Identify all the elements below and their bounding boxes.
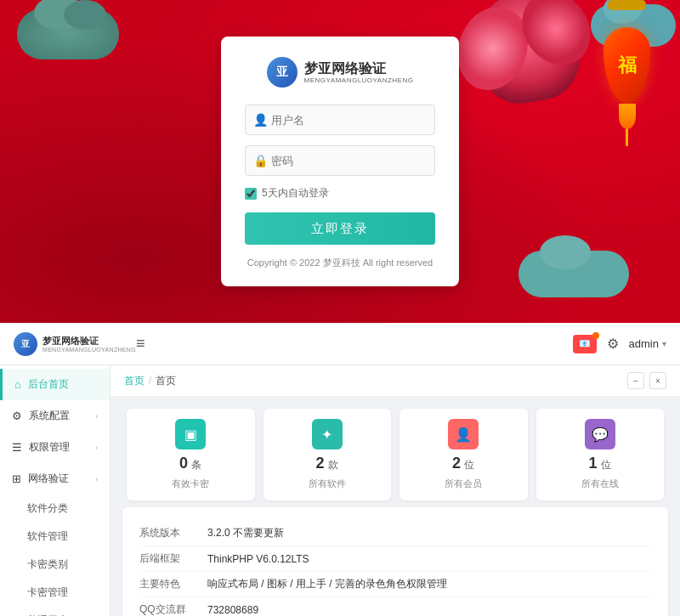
stat-number-0: 0 条: [179, 455, 201, 472]
remember-checkbox[interactable]: [245, 188, 257, 200]
cloud-decoration-left: [17, 8, 119, 59]
notification-dot: [592, 332, 599, 339]
stat-number-3: 1 位: [589, 455, 611, 472]
breadcrumb-minimize[interactable]: −: [627, 372, 644, 389]
stat-label-1: 所有软件: [309, 478, 346, 490]
sidebar: ⌂ 后台首页 ⚙ 系统配置 › ☰ 权限管理 › ⊞ 网络验证 › 软件分类 软…: [0, 365, 110, 616]
verify-icon: ⊞: [12, 472, 21, 485]
info-value-qq: 732808689: [207, 604, 651, 616]
logo-icon: 亚: [267, 57, 298, 88]
user-menu[interactable]: admin ▾: [629, 337, 666, 350]
remember-row: 5天内自动登录: [245, 186, 435, 201]
info-value-version: 3.2.0 不需要更新: [207, 526, 651, 540]
lantern-top: [608, 0, 646, 10]
stat-icon-card: ▣: [175, 419, 206, 449]
stat-card-1: ✦ 2 款 所有软件: [264, 409, 392, 500]
stat-card-0: ▣ 0 条 有效卡密: [127, 409, 255, 500]
login-section: 亚 梦亚网络验证 MENGYAMANGLUOYANZHENG 👤 🔒 5天内自动…: [0, 0, 680, 323]
info-row-version: 系统版本 3.2.0 不需要更新: [139, 521, 651, 546]
info-row-qq: QQ交流群 732808689: [139, 597, 651, 616]
topbar-logo-sub: MENGYAMANGLUOYANZHENG: [42, 347, 136, 353]
info-label-version: 系统版本: [139, 526, 207, 540]
username-wrap: 👤: [245, 105, 435, 135]
sidebar-sub-softmgr[interactable]: 软件管理: [0, 523, 110, 551]
notification-badge[interactable]: 📧: [573, 335, 597, 353]
settings-icon[interactable]: ⚙: [607, 336, 619, 352]
username-input[interactable]: [245, 105, 435, 135]
sidebar-arrow-verify: ›: [95, 475, 98, 483]
breadcrumb-bar: 首页 / 首页 − ×: [110, 365, 680, 397]
logo-subtitle: MENGYAMANGLUOYANZHENG: [304, 76, 414, 84]
password-wrap: 🔒: [245, 145, 435, 176]
remember-label: 5天内自动登录: [262, 186, 329, 201]
logo-title: 梦亚网络验证: [304, 60, 414, 76]
info-row-features: 主要特色 响应式布局 / 图标 / 用上手 / 完善的录色角色权限管理: [139, 572, 651, 597]
sidebar-item-home[interactable]: ⌂ 后台首页: [0, 369, 110, 400]
stats-row: ▣ 0 条 有效卡密 ✦ 2 款 所有软件 👤: [110, 397, 680, 507]
info-label-qq: QQ交流群: [139, 602, 207, 616]
breadcrumb-home[interactable]: 首页: [124, 374, 144, 388]
sidebar-item-system-label: 系统配置: [29, 409, 70, 423]
stat-label-0: 有效卡密: [172, 478, 209, 490]
stat-card-2: 👤 2 位 所有会员: [400, 409, 528, 500]
topbar-right: 📧 ⚙ admin ▾: [573, 335, 666, 353]
logo-text-block: 梦亚网络验证 MENGYAMANGLUOYANZHENG: [304, 60, 414, 84]
cloud-decoration-bottom-right: [518, 251, 629, 297]
password-input[interactable]: [245, 145, 435, 176]
stat-icon-soft: ✦: [312, 419, 343, 449]
admin-section: 亚 梦亚网络验证 MENGYAMANGLUOYANZHENG ≡ 📧 ⚙ adm…: [0, 323, 680, 616]
info-label-framework: 后端框架: [139, 551, 207, 566]
lantern-right: [599, 0, 654, 153]
breadcrumb: 首页 / 首页: [124, 374, 176, 388]
info-label-features: 主要特色: [139, 577, 207, 591]
auth-icon: ☰: [12, 441, 22, 454]
sidebar-item-verify-label: 网络验证: [28, 472, 69, 486]
info-value-framework: ThinkPHP V6.0.12LTS: [207, 553, 651, 565]
topbar-logo-title: 梦亚网络验证: [42, 335, 136, 347]
stat-number-2: 2 位: [452, 455, 474, 472]
sidebar-item-auth[interactable]: ☰ 权限管理 ›: [0, 432, 110, 463]
lantern-tassel: [626, 104, 628, 146]
login-logo: 亚 梦亚网络验证 MENGYAMANGLUOYANZHENG: [245, 57, 435, 88]
stat-number-1: 2 款: [316, 455, 338, 472]
menu-toggle-icon[interactable]: ≡: [136, 335, 145, 353]
info-panel: 系统版本 3.2.0 不需要更新 后端框架 ThinkPHP V6.0.12LT…: [122, 507, 668, 616]
info-value-features: 响应式布局 / 图标 / 用上手 / 完善的录色角色权限管理: [207, 577, 651, 591]
sidebar-item-system[interactable]: ⚙ 系统配置 ›: [0, 400, 110, 432]
admin-topbar: 亚 梦亚网络验证 MENGYAMANGLUOYANZHENG ≡ 📧 ⚙ adm…: [0, 323, 680, 365]
stat-card-3: 💬 1 位 所有在线: [536, 409, 665, 500]
breadcrumb-close[interactable]: ×: [649, 372, 666, 389]
topbar-logo-text-block: 梦亚网络验证 MENGYAMANGLUOYANZHENG: [42, 335, 136, 353]
system-icon: ⚙: [12, 410, 22, 422]
sidebar-sub-users[interactable]: 普通用户: [0, 607, 110, 616]
breadcrumb-controls: − ×: [627, 372, 666, 389]
user-arrow: ▾: [662, 339, 666, 348]
login-copyright: Copyright © 2022 梦亚科技 All right reserved: [245, 257, 435, 269]
sidebar-arrow-system: ›: [95, 412, 98, 421]
topbar-logo: 亚 梦亚网络验证 MENGYAMANGLUOYANZHENG: [14, 332, 133, 356]
stat-icon-online: 💬: [585, 419, 615, 449]
info-row-framework: 后端框架 ThinkPHP V6.0.12LTS: [139, 546, 651, 572]
sidebar-sub-cardmgr[interactable]: 卡密管理: [0, 579, 110, 607]
stat-icon-members: 👤: [448, 419, 479, 449]
user-icon: 👤: [253, 113, 268, 127]
sidebar-item-auth-label: 权限管理: [29, 440, 70, 455]
breadcrumb-sep: /: [149, 375, 151, 387]
sidebar-item-home-label: 后台首页: [28, 377, 69, 392]
stat-label-2: 所有会员: [445, 478, 482, 490]
login-card: 亚 梦亚网络验证 MENGYAMANGLUOYANZHENG 👤 🔒 5天内自动…: [221, 37, 459, 286]
user-name: admin: [629, 337, 659, 350]
topbar-logo-icon: 亚: [14, 332, 37, 356]
sidebar-sub-cardcat[interactable]: 卡密类别: [0, 551, 110, 579]
lantern-body: [604, 27, 650, 104]
login-button[interactable]: 立即登录: [245, 212, 435, 245]
sidebar-arrow-auth: ›: [95, 444, 98, 452]
lock-icon: 🔒: [253, 154, 268, 167]
main-content: 首页 / 首页 − × ▣ 0 条 有效卡密: [110, 365, 680, 616]
breadcrumb-current: 首页: [156, 374, 176, 388]
admin-layout: ⌂ 后台首页 ⚙ 系统配置 › ☰ 权限管理 › ⊞ 网络验证 › 软件分类 软…: [0, 365, 680, 616]
home-icon: ⌂: [14, 378, 21, 391]
stat-label-3: 所有在线: [581, 478, 619, 490]
sidebar-item-verify[interactable]: ⊞ 网络验证 ›: [0, 463, 110, 494]
sidebar-sub-softcat[interactable]: 软件分类: [0, 494, 110, 523]
